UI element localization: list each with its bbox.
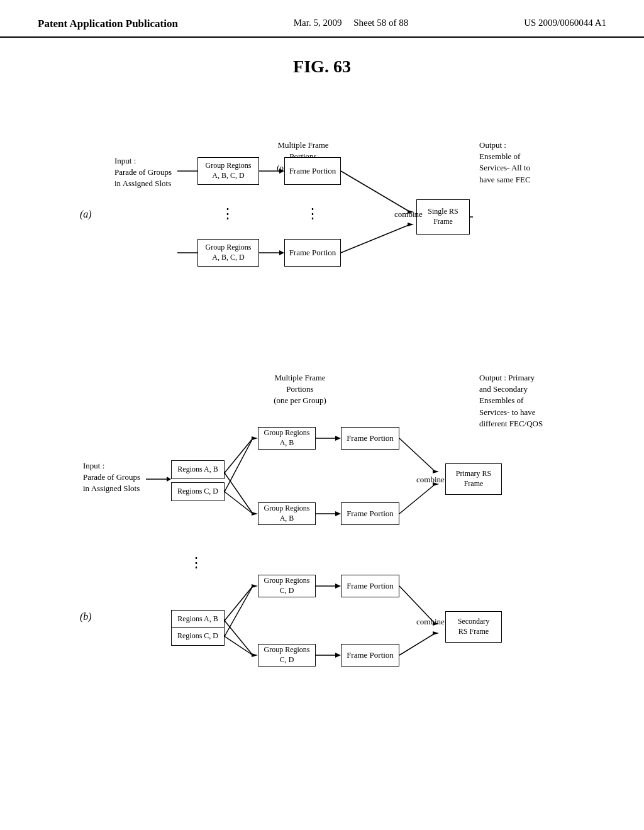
svg-line-20	[225, 492, 253, 514]
svg-marker-11	[408, 223, 414, 226]
svg-marker-7	[279, 250, 284, 255]
svg-marker-24	[335, 436, 341, 441]
part-a-input-label: Input : Parade of Groups in Assigned Slo…	[114, 155, 172, 190]
svg-line-32	[225, 621, 253, 655]
svg-marker-29	[433, 470, 439, 473]
page-header: Patent Application Publication Mar. 5, 2…	[0, 0, 644, 38]
part-a-output-label: Output : Ensemble of Services- All to ha…	[479, 140, 531, 185]
svg-text:⋮: ⋮	[189, 555, 203, 570]
part-b-group-cd-2: Group Regions C, D	[258, 644, 316, 667]
part-b-secondary-rs: Secondary RS Frame	[445, 611, 502, 643]
svg-line-18	[225, 473, 253, 514]
svg-line-31	[225, 586, 253, 621]
svg-marker-21	[252, 436, 258, 440]
part-a-frame-portion-bot: Frame Portion	[284, 239, 341, 267]
svg-line-33	[225, 586, 253, 636]
part-b-primary-rs: Primary RS Frame	[445, 463, 502, 495]
svg-line-27	[399, 438, 435, 472]
content-area: ⋮ ⋮ Input : Parade of Groups in Assigned…	[0, 102, 644, 724]
part-b-group-ab-2: Group Regions A, B	[258, 502, 316, 525]
part-b-input-label: Input : Parade of Groups in Assigned Slo…	[83, 460, 140, 495]
part-b-regions-ab-1: Regions A, B	[171, 460, 225, 479]
part-a-single-rs-frame: Single RS Frame	[416, 199, 470, 235]
part-b-frame-portion-2: Frame Portion	[341, 502, 399, 525]
header-center: Mar. 5, 2009 Sheet 58 of 88	[294, 18, 409, 28]
part-a-combine-label: combine	[394, 209, 423, 220]
svg-line-34	[225, 636, 253, 655]
figure-title: FIG. 63	[0, 57, 644, 77]
part-b-group-ab-1: Group Regions A, B	[258, 427, 316, 450]
svg-line-19	[225, 438, 253, 492]
svg-marker-26	[335, 511, 341, 516]
part-b-frame-portion-1: Frame Portion	[341, 427, 399, 450]
diagram-part-a: ⋮ ⋮ Input : Parade of Groups in Assigned…	[45, 102, 599, 316]
header-left: Patent Application Publication	[38, 18, 178, 30]
svg-marker-35	[252, 584, 258, 588]
svg-marker-38	[335, 584, 341, 589]
diagram-part-b: ⋮ Input : Parade of Groups in Assigned S…	[45, 335, 599, 724]
svg-text:⋮: ⋮	[306, 206, 319, 221]
part-a-frame-portion-top: Frame Portion	[284, 157, 341, 185]
section-label-a: (a)	[80, 209, 92, 220]
part-b-output-label: Output : Primary and Secondary Ensembles…	[479, 372, 543, 429]
part-b-combine2-label: combine	[416, 616, 445, 628]
part-b-regions-ab-2: Regions A, B	[171, 610, 225, 629]
section-label-b: (b)	[80, 611, 92, 622]
svg-text:⋮: ⋮	[221, 206, 235, 221]
header-right: US 2009/0060044 A1	[524, 18, 606, 28]
part-b-combine1-label: combine	[416, 474, 445, 485]
svg-marker-44	[433, 631, 439, 635]
svg-line-8	[341, 171, 410, 212]
part-a-group-regions-bot: Group Regions A, B, C, D	[197, 239, 259, 267]
svg-line-28	[399, 484, 435, 514]
part-b-frame-portion-4: Frame Portion	[341, 644, 399, 667]
svg-line-17	[225, 438, 253, 473]
part-b-regions-cd-1: Regions C, D	[171, 482, 225, 501]
svg-line-9	[341, 224, 410, 253]
part-a-group-regions-top: Group Regions A, B, C, D	[197, 157, 259, 185]
svg-marker-40	[335, 653, 341, 658]
part-b-regions-cd-2: Regions C, D	[171, 627, 225, 646]
part-b-group-cd-1: Group Regions C, D	[258, 575, 316, 597]
svg-marker-16	[167, 477, 171, 482]
part-b-frame-portion-3: Frame Portion	[341, 575, 399, 597]
svg-line-42	[399, 633, 435, 655]
svg-marker-22	[252, 512, 258, 516]
svg-marker-36	[252, 653, 258, 657]
part-b-multiple-frame-label: Multiple Frame Portions (one per Group)	[265, 372, 335, 407]
